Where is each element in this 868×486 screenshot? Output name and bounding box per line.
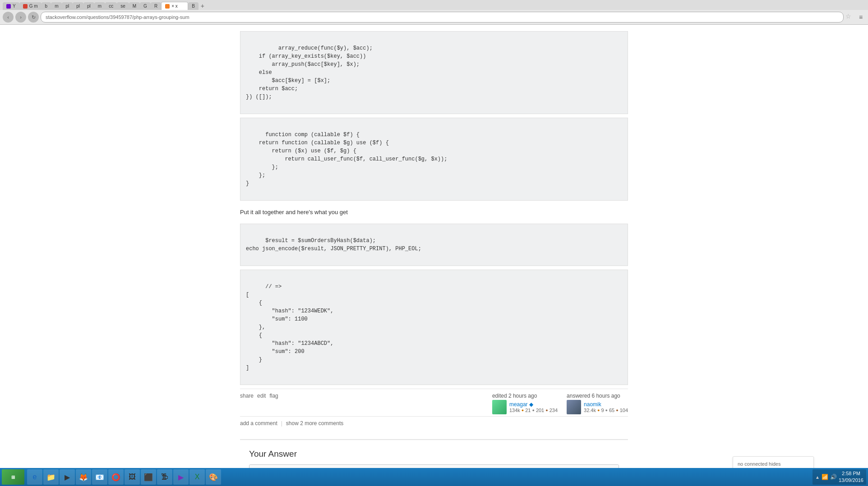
gold-badge-dot: ●	[522, 408, 524, 413]
taskbar-chrome-icon[interactable]: ⭕	[108, 469, 124, 485]
taskbar-ie-icon[interactable]: e	[27, 469, 42, 485]
taskbar-media-icon[interactable]: ▶	[60, 469, 75, 485]
answered-avatar-placeholder	[567, 400, 581, 414]
answer-info-right: edited 2 hours ago meagar ◆ 134k ●	[492, 393, 628, 414]
start-button[interactable]: ⊞	[2, 469, 24, 485]
firefox-icon: 🦊	[79, 473, 88, 481]
edited-user-avatar	[492, 400, 507, 414]
tab-misc2[interactable]: m	[51, 2, 62, 10]
ie-icon: e	[33, 473, 37, 481]
media-icon: ▶	[65, 473, 70, 481]
taskbar-firefox-icon[interactable]: 🦊	[76, 469, 91, 485]
bronze-badge-dot2: ●	[616, 408, 618, 413]
zip-icon: 🗜	[161, 473, 168, 481]
answer-meta: share edit flag edited 2 hours ago mea	[240, 389, 628, 416]
flag-link[interactable]: flag	[269, 393, 278, 399]
tab-yahoo[interactable]: Y	[3, 2, 19, 10]
paint-icon: 🎨	[209, 473, 218, 481]
forward-button[interactable]: ›	[15, 12, 26, 23]
excel-icon: X	[195, 473, 200, 481]
tray-icons: ▲	[815, 475, 820, 480]
tab-M[interactable]: M	[129, 2, 140, 10]
tab-m2[interactable]: m	[94, 2, 105, 10]
answered-user-rep: 32.4k ● 9 ● 65 ● 104	[584, 408, 628, 413]
taskbar-outlook-icon[interactable]: 📧	[92, 469, 107, 485]
clock: 2:58 PM 13/09/2016	[839, 470, 863, 484]
taskbar-tray: ▲ 📶 🔊 2:58 PM 13/09/2016	[813, 469, 866, 485]
help-title: no connected hides	[738, 461, 809, 467]
tab-misc1[interactable]: b	[42, 2, 51, 10]
pictures-icon: 🖼	[129, 473, 136, 481]
tab-cc[interactable]: cc	[105, 2, 117, 10]
tray-volume-icon: 🔊	[830, 474, 837, 480]
tab-se[interactable]: se	[117, 2, 129, 10]
start-label: ⊞	[11, 475, 15, 480]
comments-section: add a comment | show 2 more comments	[240, 416, 628, 432]
answered-user-name[interactable]: naomik	[584, 401, 628, 408]
chrome-icon: ⭕	[111, 473, 120, 481]
edit-link[interactable]: edit	[257, 393, 266, 399]
new-tab-button[interactable]: +	[199, 2, 207, 10]
page-content: array_reduce(func($y), $acc); if (array_…	[231, 25, 637, 486]
outlook-icon: 📧	[95, 473, 104, 481]
tab-B[interactable]: B	[188, 2, 199, 10]
tab-gmail[interactable]: G m	[19, 2, 42, 10]
code-block-output: // => [ { "hash": "1234WEDK", "sum": 110…	[240, 270, 628, 385]
menu-button[interactable]: ≡	[856, 14, 865, 21]
code-output-text: // => [ { "hash": "1234WEDK", "sum": 110…	[246, 284, 333, 371]
edited-user-name[interactable]: meagar ◆	[509, 401, 558, 408]
taskbar-paint-icon[interactable]: 🎨	[206, 469, 221, 485]
taskbar-explorer-icon[interactable]: 📁	[43, 469, 59, 485]
explorer-icon: 📁	[46, 473, 55, 481]
taskbar-excel-icon[interactable]: X	[189, 469, 205, 485]
description-text: Put it all together and here's what you …	[240, 204, 628, 220]
gold-badge-dot2: ●	[597, 408, 600, 413]
show-more-comments-link[interactable]: show 2 more comments	[286, 420, 343, 426]
answer-section: array_reduce(func($y), $acc); if (array_…	[231, 25, 637, 486]
answered-user-card: naomik 32.4k ● 9 ● 65 ● 104	[567, 400, 628, 414]
edit-info: edited 2 hours ago meagar ◆ 134k ●	[492, 393, 558, 414]
code-block-3: $result = $sumOrdersByHash($data); echo …	[240, 224, 628, 266]
share-link[interactable]: share	[240, 393, 254, 399]
code-block-2: function comp (callable $f) { return fun…	[240, 118, 628, 201]
add-comment-link[interactable]: add a comment	[240, 420, 277, 426]
tab-stackoverflow[interactable]: × x	[161, 2, 188, 10]
tab-pl3[interactable]: pl	[83, 2, 94, 10]
answered-user-info: naomik 32.4k ● 9 ● 65 ● 104	[584, 401, 628, 413]
tab-G2[interactable]: G	[140, 2, 151, 10]
answered-user-avatar	[567, 400, 581, 414]
answered-time: answered 6 hours ago	[567, 393, 628, 399]
code-text-3: $result = $sumOrdersByHash($data); echo …	[246, 238, 421, 252]
clock-time: 2:58 PM	[839, 470, 863, 477]
taskbar-terminal-icon[interactable]: ⬛	[141, 469, 156, 485]
tab-R[interactable]: R	[151, 2, 161, 10]
clock-date: 13/09/2016	[839, 477, 863, 484]
browser-chrome: Y G m b m pl pl pl m cc se M G R × x B +…	[0, 0, 868, 25]
comment-separator: |	[281, 420, 282, 426]
edited-avatar-placeholder	[492, 400, 507, 414]
refresh-button[interactable]: ↻	[28, 12, 39, 23]
add-comment-row: add a comment | show 2 more comments	[240, 418, 628, 428]
code-block-1: array_reduce(func($y), $acc); if (array_…	[240, 31, 628, 114]
taskbar-pictures-icon[interactable]: 🖼	[125, 469, 140, 485]
tab-pl2[interactable]: pl	[73, 2, 83, 10]
bookmark-star[interactable]: ☆	[845, 13, 854, 22]
edit-time: edited 2 hours ago	[492, 393, 558, 399]
silver-badge-dot2: ●	[605, 408, 608, 413]
edited-user-info: meagar ◆ 134k ● 21 ● 201 ● 234	[509, 401, 558, 413]
tab-pl1[interactable]: pl	[62, 2, 73, 10]
answered-info: answered 6 hours ago naomik 32.4k ●	[567, 393, 628, 414]
taskbar: ⊞ e 📁 ▶ 🦊 📧 ⭕ 🖼 ⬛ 🗜 ▶ X 🎨 ▲ 📶 🔊	[0, 468, 868, 486]
back-button[interactable]: ‹	[3, 12, 14, 23]
bronze-badge-dot: ●	[545, 408, 548, 413]
address-bar-row: ‹ › ↻ stackoverflow.com/questions/394597…	[0, 10, 868, 24]
vs-icon: ▶	[178, 473, 184, 481]
edited-user-card: meagar ◆ 134k ● 21 ● 201 ● 234	[492, 400, 558, 414]
your-answer-title: Your Answer	[249, 449, 619, 459]
terminal-icon: ⬛	[144, 473, 153, 481]
answer-links: share edit flag	[240, 393, 278, 399]
address-bar[interactable]: stackoverflow.com/questions/39459787/php…	[41, 12, 844, 23]
tab-bar: Y G m b m pl pl pl m cc se M G R × x B +	[0, 0, 868, 10]
taskbar-zip-icon[interactable]: 🗜	[157, 469, 172, 485]
taskbar-vs-icon[interactable]: ▶	[173, 469, 189, 485]
